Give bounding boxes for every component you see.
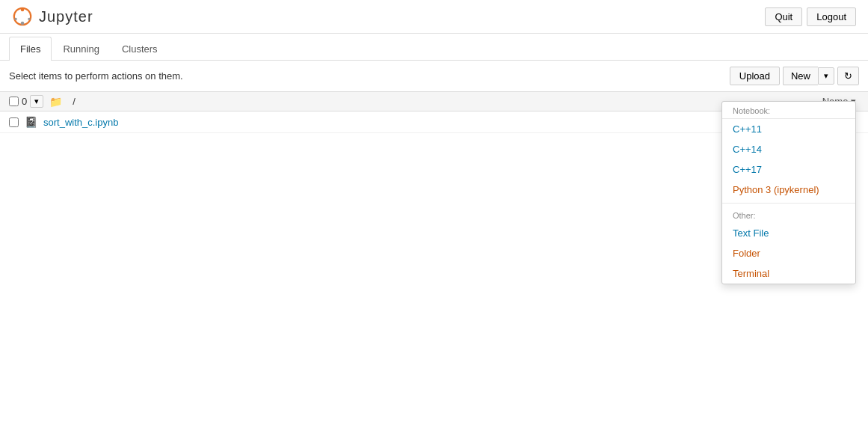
notebook-section-label: Notebook: — [722, 102, 855, 119]
svg-point-3 — [14, 18, 16, 20]
tab-running[interactable]: Running — [52, 37, 110, 61]
notebook-icon: 📓 — [25, 116, 37, 128]
tab-clusters[interactable]: Clusters — [111, 37, 169, 61]
toolbar: Select items to perform actions on them.… — [0, 61, 868, 91]
toolbar-message: Select items to perform actions on them. — [9, 70, 183, 82]
header: Jupyter Quit Logout — [0, 0, 868, 34]
select-all-checkbox[interactable] — [9, 97, 19, 106]
selected-count: 0 — [22, 96, 27, 107]
app-title: Jupyter — [39, 8, 93, 25]
quit-button[interactable]: Quit — [765, 7, 802, 26]
header-buttons: Quit Logout — [765, 7, 856, 26]
jupyter-logo-icon — [12, 6, 33, 27]
file-link[interactable]: sort_with_c.ipynb — [43, 117, 118, 128]
file-checkbox[interactable] — [9, 117, 19, 127]
check-dropdown[interactable]: ▾ — [30, 95, 43, 108]
svg-point-4 — [28, 18, 30, 20]
svg-point-1 — [21, 8, 24, 11]
logout-button[interactable]: Logout — [807, 7, 856, 26]
dropdown-item-cpp11[interactable]: C++11 — [722, 119, 855, 133]
new-button-group: New ▾ — [783, 67, 834, 85]
new-button[interactable]: New — [783, 67, 818, 85]
check-area: 0 ▾ — [9, 95, 43, 108]
upload-button[interactable]: Upload — [730, 67, 780, 85]
new-dropdown-menu: Notebook: C++11 C++14 C++17 Python 3 (ip… — [721, 101, 856, 133]
tabs-bar: Files Running Clusters — [0, 37, 868, 61]
logo: Jupyter — [12, 6, 93, 27]
refresh-button[interactable]: ↻ — [837, 67, 859, 85]
new-dropdown-toggle[interactable]: ▾ — [818, 67, 834, 85]
breadcrumb-folder-icon: 📁 — [49, 96, 62, 108]
toolbar-right: Upload New ▾ ↻ — [730, 67, 859, 85]
tab-files[interactable]: Files — [9, 37, 52, 61]
breadcrumb: / — [73, 96, 76, 107]
svg-point-2 — [21, 22, 24, 25]
